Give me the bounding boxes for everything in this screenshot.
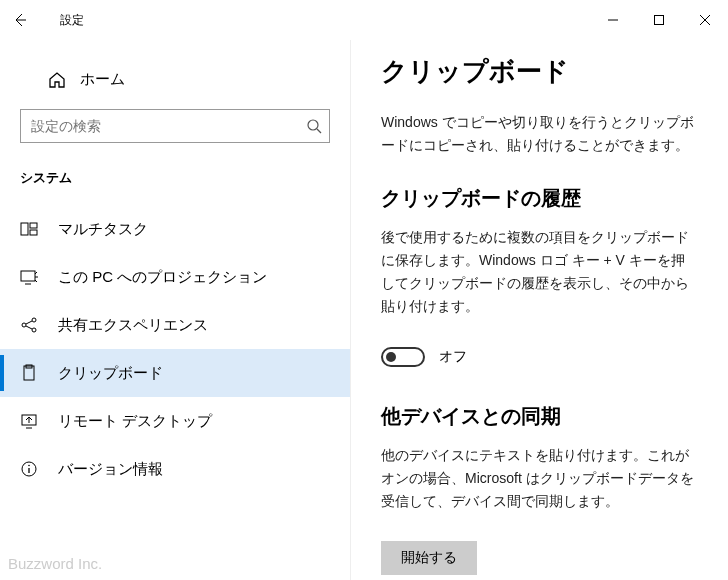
sidebar-item-clipboard[interactable]: クリップボード bbox=[0, 349, 350, 397]
home-label: ホーム bbox=[80, 70, 125, 89]
close-button[interactable] bbox=[682, 4, 728, 36]
maximize-icon bbox=[654, 15, 664, 25]
sidebar-item-label: マルチタスク bbox=[58, 220, 148, 239]
section-label: システム bbox=[0, 159, 350, 205]
sidebar: ホーム システム マルチタスク この PC へのプロジェクション bbox=[0, 40, 350, 580]
sync-heading: 他デバイスとの同期 bbox=[381, 403, 698, 430]
projection-icon bbox=[20, 268, 38, 286]
svg-point-22 bbox=[28, 465, 30, 467]
svg-point-14 bbox=[32, 328, 36, 332]
titlebar: 設定 bbox=[0, 0, 728, 40]
svg-point-13 bbox=[32, 318, 36, 322]
sidebar-item-label: 共有エクスペリエンス bbox=[58, 316, 208, 335]
history-desc: 後で使用するために複数の項目をクリップボードに保存します。Windows ロゴ … bbox=[381, 226, 698, 318]
sync-desc: 他のデバイスにテキストを貼り付けます。これがオンの場合、Microsoft はク… bbox=[381, 444, 698, 513]
minimize-button[interactable] bbox=[590, 4, 636, 36]
minimize-icon bbox=[608, 15, 618, 25]
history-heading: クリップボードの履歴 bbox=[381, 185, 698, 212]
svg-rect-8 bbox=[30, 223, 37, 228]
history-toggle[interactable] bbox=[381, 347, 425, 367]
multitask-icon bbox=[20, 220, 38, 238]
svg-rect-9 bbox=[30, 230, 37, 235]
sidebar-item-remote-desktop[interactable]: リモート デスクトップ bbox=[0, 397, 350, 445]
sidebar-item-label: クリップボード bbox=[58, 364, 163, 383]
home-button[interactable]: ホーム bbox=[0, 60, 350, 109]
svg-rect-2 bbox=[655, 16, 664, 25]
sidebar-item-about[interactable]: バージョン情報 bbox=[0, 445, 350, 493]
sidebar-item-projection[interactable]: この PC へのプロジェクション bbox=[0, 253, 350, 301]
intro-text: Windows でコピーや切り取りを行うとクリップボードにコピーされ、貼り付ける… bbox=[381, 111, 698, 157]
remote-desktop-icon bbox=[20, 412, 38, 430]
svg-rect-10 bbox=[21, 271, 35, 281]
maximize-button[interactable] bbox=[636, 4, 682, 36]
search-input[interactable] bbox=[20, 109, 330, 143]
sidebar-item-label: リモート デスクトップ bbox=[58, 412, 212, 431]
share-icon bbox=[20, 316, 38, 334]
sidebar-item-shared-experiences[interactable]: 共有エクスペリエンス bbox=[0, 301, 350, 349]
close-icon bbox=[700, 15, 710, 25]
history-toggle-label: オフ bbox=[439, 348, 467, 366]
back-button[interactable] bbox=[0, 0, 40, 40]
info-icon bbox=[20, 460, 38, 478]
home-icon bbox=[48, 71, 66, 89]
arrow-left-icon bbox=[12, 12, 28, 28]
content-pane: クリップボード Windows でコピーや切り取りを行うとクリップボードにコピー… bbox=[350, 40, 728, 580]
svg-rect-7 bbox=[21, 223, 28, 235]
sidebar-item-multitask[interactable]: マルチタスク bbox=[0, 205, 350, 253]
sidebar-item-label: バージョン情報 bbox=[58, 460, 163, 479]
svg-point-12 bbox=[22, 323, 26, 327]
page-title: クリップボード bbox=[381, 54, 698, 89]
svg-line-15 bbox=[26, 321, 32, 324]
clipboard-icon bbox=[20, 364, 38, 382]
sync-start-button[interactable]: 開始する bbox=[381, 541, 477, 575]
window-title: 設定 bbox=[60, 12, 84, 29]
sidebar-item-label: この PC へのプロジェクション bbox=[58, 268, 267, 287]
svg-line-16 bbox=[26, 326, 32, 329]
